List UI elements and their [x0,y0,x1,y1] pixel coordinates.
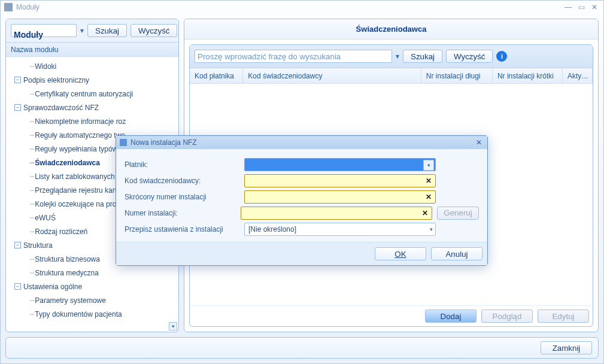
column-header[interactable]: Akty… [563,68,593,83]
tree-connector: ⋯ [30,131,34,139]
tree-connector: ⋯ [30,90,34,98]
tree-item-label: Przeglądanie rejestru kart za [35,186,126,195]
tree-item-label: Struktura medyczna [35,269,99,277]
collapse-icon[interactable]: − [14,283,21,290]
content-searchbar: ▾ Szukaj Wyczyść i [190,45,593,68]
tree-item-label: Struktura biznesowa [35,255,100,263]
module-clear-button[interactable]: Wyczyść [130,24,177,37]
tree-item-label: Typy dokumentów pacjenta [35,310,122,318]
maximize-button[interactable]: ▭ [576,3,587,11]
content-header: Świadczeniodawca [184,19,598,40]
tree-connector: ⋯ [30,117,34,126]
tree-item-label: eWUŚ [35,214,56,222]
content-search-input[interactable] [195,50,392,63]
edit-button[interactable]: Edytuj [538,310,589,323]
numer-input[interactable]: ✕ [241,207,432,220]
dialog-titlebar: Nowa instalacja NFZ ✕ [116,136,487,149]
tree-connector: ⋯ [30,296,34,305]
collapse-icon[interactable]: − [14,104,21,111]
collapse-icon[interactable]: − [14,242,21,248]
tree-item-label: Reguły automatycznego two [35,131,125,139]
tree-item-label: Ustawienia ogólne [23,283,82,291]
tree-item[interactable]: −Podpis elektroniczny [6,73,178,87]
column-header[interactable]: Kod płatnika [190,68,243,83]
clear-icon[interactable]: ✕ [426,193,432,201]
column-header[interactable]: Kod świadczeniodawcy [243,68,421,83]
tree-item[interactable]: −Sprawozdawczość NFZ [6,101,178,114]
window-title: Moduły [16,3,40,11]
tree-item[interactable]: −Ustawienia ogólne [6,280,178,293]
column-header[interactable]: Nr instalacji długi [421,68,493,83]
tree-item[interactable]: ⋯Struktura medyczna [6,266,178,280]
search-dropdown-icon[interactable]: ▾ [396,52,399,60]
tree-connector: ⋯ [30,186,34,195]
tree-connector: ⋯ [30,159,34,167]
tree-item-label: Podpis elektroniczny [23,76,89,84]
dropdown-icon[interactable]: ▾ [80,26,84,35]
collapse-icon[interactable]: − [14,77,21,83]
clear-icon[interactable]: ✕ [422,209,428,217]
minimize-button[interactable]: — [563,3,573,11]
przepisz-value: [Nie określono] [248,225,296,233]
panel-title: Moduły [14,30,43,40]
kod-input[interactable]: ✕ [244,174,436,187]
tree-item-label: Listy kart zablokowanych [35,172,114,181]
info-icon[interactable]: i [496,51,507,62]
content-footer: Dodaj Podgląd Edytuj [190,305,593,326]
tree-connector: ⋯ [30,172,34,181]
dialog-body: Płatnik: ▾ Kod świadczeniodawcy: ✕ [116,149,487,242]
tree-connector: ⋯ [30,214,34,222]
tree-connector: ⋯ [30,310,34,318]
generate-button[interactable]: Generuj [437,207,479,220]
module-search-button[interactable]: Szukaj [87,24,127,37]
new-installation-dialog: Nowa instalacja NFZ ✕ Płatnik: ▾ Kod świ… [116,135,488,266]
label-platnik: Płatnik: [125,160,244,169]
tree-connector: ⋯ [30,145,34,153]
tree-item-label: Certyfikaty centrum autoryzacji [35,90,133,98]
bottom-bar: Zamknij [5,337,599,359]
chevron-down-icon[interactable]: ▾ [423,160,434,171]
tree-item-label: Niekompletne informacje roz [35,117,126,126]
platnik-select[interactable]: ▾ [244,158,436,171]
tree-item[interactable]: ⋯Certyfikaty centrum autoryzacji [6,87,178,101]
label-kod: Kod świadczeniodawcy: [125,177,244,185]
label-numer: Numer instalacji: [125,209,241,217]
content-search-button[interactable]: Szukaj [403,50,442,63]
tree-item[interactable]: ⋯Niekompletne informacje roz [6,114,178,128]
label-skrocony: Skrócony numer instalacji [125,193,244,201]
body: Moduły ▾ Szukaj Wyczyść Nazwa modułu ⋯Wi… [1,14,603,363]
tree-item-label: Sprawozdawczość NFZ [23,104,99,112]
content-clear-button[interactable]: Wyczyść [446,50,493,63]
add-button[interactable]: Dodaj [425,310,476,323]
tree-item-label: Rodzaj rozliczeń [35,228,87,236]
titlebar: Moduły — ▭ ✕ [1,1,603,14]
ok-button[interactable]: OK [375,247,426,260]
tree-item-label: Parametry systemowe [35,296,106,305]
tree-item[interactable]: ⋯Widoki [6,59,178,73]
clear-icon[interactable]: ✕ [426,177,432,185]
dialog-close-button[interactable]: ✕ [474,138,484,147]
chevron-down-icon[interactable]: ▾ [430,226,433,232]
app-window: Moduły — ▭ ✕ Moduły ▾ Szukaj Wyczyść Naz… [0,0,604,364]
tree-item[interactable]: ⋯Typy dokumentów pacjenta [6,307,178,321]
table-header: Kod płatnikaKod świadczeniodawcyNr insta… [190,68,593,84]
dialog-icon [120,139,127,146]
app-icon [4,3,13,11]
dialog-title: Nowa instalacja NFZ [130,138,197,147]
preview-button[interactable]: Podgląd [481,310,533,323]
przepisz-select[interactable]: [Nie określono] ▾ [244,223,436,236]
close-window-button[interactable]: Zamknij [541,341,592,354]
column-header[interactable]: Nr instalacji krótki [493,68,563,83]
tree-connector: ⋯ [30,62,34,71]
scroll-down-icon[interactable]: ▾ [169,322,177,330]
content-search-wrap [195,50,392,63]
label-przepisz: Przepisz ustawienia z instalacji [125,225,244,233]
tree-connector: ⋯ [30,255,34,263]
tree-item-label: Widoki [35,62,56,71]
tree-connector: ⋯ [30,228,34,236]
cancel-button[interactable]: Anuluj [431,247,482,260]
tree-item[interactable]: ⋯Parametry systemowe [6,293,178,307]
tree-connector: ⋯ [30,200,34,208]
skrocony-input[interactable]: ✕ [244,190,436,204]
close-button[interactable]: ✕ [589,3,600,11]
